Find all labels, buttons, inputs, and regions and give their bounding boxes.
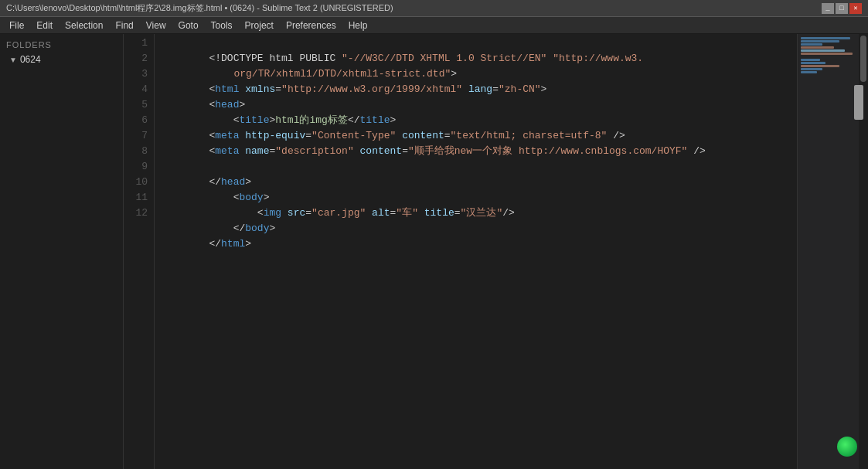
minimap-line — [801, 53, 853, 55]
line-num-12: 12 — [124, 206, 154, 221]
minimap-line — [801, 37, 850, 39]
scrollbar-thumb[interactable] — [860, 36, 866, 82]
sidebar-header: FOLDERS — [0, 34, 123, 53]
line-numbers: 1 2 3 4 5 6 7 8 9 10 11 12 — [124, 34, 155, 469]
menu-goto[interactable]: Goto — [172, 19, 205, 32]
menu-view[interactable]: View — [140, 19, 172, 32]
minimap-line — [801, 71, 817, 73]
sidebar-folder[interactable]: ▼ 0624 — [0, 53, 123, 66]
menu-file[interactable]: File — [3, 19, 30, 32]
minimap-line — [801, 46, 834, 49]
minimap-line — [801, 49, 845, 52]
minimap-line — [801, 43, 822, 46]
menu-selection[interactable]: Selection — [59, 19, 109, 32]
menu-help[interactable]: Help — [342, 19, 374, 32]
menu-project[interactable]: Project — [239, 19, 280, 32]
title-bar-text: C:\Users\lenovo\Desktop\html\html程序2\28.… — [6, 2, 393, 14]
title-bar: C:\Users\lenovo\Desktop\html\html程序2\28.… — [0, 0, 868, 17]
title-bar-controls: _ □ ✕ — [822, 3, 862, 14]
maximize-button[interactable]: □ — [836, 3, 848, 14]
code-line-4: <title>html的img标签</title> — [161, 97, 797, 113]
code-line-1: <!DOCTYPE html PUBLIC "-//W3C//DTD XHTML… — [161, 36, 797, 51]
minimap-line — [801, 68, 822, 70]
menu-bar: File Edit Selection Find View Goto Tools… — [0, 17, 868, 34]
line-num-8: 8 — [124, 144, 154, 159]
line-num-3: 3 — [124, 66, 154, 82]
line-num-1: 1 — [124, 36, 154, 51]
menu-find[interactable]: Find — [109, 19, 139, 32]
minimap-line — [801, 40, 839, 42]
minimap-line — [801, 59, 820, 61]
minimap-content — [798, 34, 859, 77]
minimap-line — [801, 65, 839, 67]
menu-preferences[interactable]: Preferences — [280, 19, 342, 32]
code-content[interactable]: <!DOCTYPE html PUBLIC "-//W3C//DTD XHTML… — [155, 34, 797, 469]
line-num-4: 4 — [124, 82, 154, 97]
line-num-11: 11 — [124, 190, 154, 206]
editor-area[interactable]: 1 2 3 4 5 6 7 8 9 10 11 12 <!DOCTYPE htm… — [124, 34, 868, 469]
folder-arrow-icon: ▼ — [9, 56, 17, 64]
sidebar: FOLDERS ▼ 0624 — [0, 34, 124, 469]
main-layout: FOLDERS ▼ 0624 1 2 3 4 5 6 7 8 9 10 11 1… — [0, 34, 868, 469]
line-num-7: 7 — [124, 128, 154, 144]
menu-tools[interactable]: Tools — [205, 19, 239, 32]
line-num-10: 10 — [124, 175, 154, 190]
line-num-6: 6 — [124, 113, 154, 128]
minimize-button[interactable]: _ — [822, 3, 834, 14]
menu-edit[interactable]: Edit — [30, 19, 59, 32]
folder-name: 0624 — [20, 54, 41, 65]
code-line-9: <body> — [161, 175, 797, 190]
line-num-2: 2 — [124, 51, 154, 66]
minimap — [797, 34, 859, 469]
line-num-5: 5 — [124, 97, 154, 113]
green-circle-icon — [837, 437, 857, 457]
close-button[interactable]: ✕ — [849, 3, 862, 14]
minimap-line — [801, 62, 825, 64]
line-num-9: 9 — [124, 159, 154, 175]
code-line-8: </head> — [161, 159, 797, 175]
gray-scroll-element — [854, 85, 863, 120]
decoration-area — [837, 437, 857, 457]
